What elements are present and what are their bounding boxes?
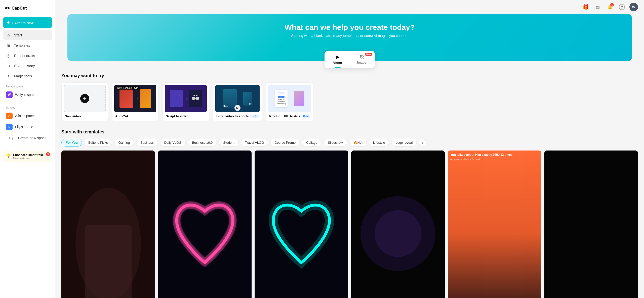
- hero-banner: What can we help you create today? Start…: [67, 14, 632, 61]
- filter-collage[interactable]: Collage: [302, 139, 321, 146]
- hero-subtitle: Starting with a blank slate, ready templ…: [73, 34, 626, 38]
- template-card-6[interactable]: [544, 151, 638, 298]
- logo-area: ✂ CapCut: [3, 4, 52, 13]
- svg-rect-4: [255, 151, 348, 298]
- notification-icon: 💡: [6, 153, 11, 158]
- sidebar-item-recent-drafts[interactable]: ◷ Recent drafts: [3, 51, 52, 61]
- nav-label-share: Share history: [14, 64, 35, 68]
- try-card-new-video[interactable]: + New video: [61, 82, 108, 121]
- autocut-badge: New Fashion Style: [116, 86, 140, 90]
- template-card-1[interactable]: [61, 151, 155, 298]
- filter-course-promo[interactable]: Course Promo: [270, 139, 300, 146]
- help-button[interactable]: ?: [617, 3, 626, 12]
- new-badge: New: [365, 53, 372, 56]
- notification-badge: 5: [46, 152, 50, 156]
- try-card-shorts[interactable]: 92s → 8s ▶ Long video to shorts Beta: [213, 82, 262, 121]
- template-card-3[interactable]: [255, 151, 348, 298]
- svg-rect-3: [158, 151, 252, 298]
- bottom-notification[interactable]: 💡 Enhanced smart resi... New features 5: [3, 151, 52, 162]
- help-icon: ?: [619, 4, 625, 10]
- templates-icon: ▣: [6, 43, 11, 48]
- lily-space-name: Lily's space: [15, 125, 33, 129]
- spaces-label: Spaces: [3, 106, 52, 109]
- script-thumb: T → 🕶: [165, 85, 207, 112]
- svg-rect-2: [85, 225, 132, 298]
- default-space-label: Default space: [3, 85, 52, 88]
- templates-section-title: Start with templates: [61, 129, 638, 135]
- new-video-plus-icon: +: [80, 94, 89, 103]
- product-thumb: 🔗 Back to Success Black Friday →: [268, 85, 311, 112]
- autocut-thumb: → New Fashion Style: [114, 85, 156, 112]
- sidebar-item-start[interactable]: ⌂ Start: [3, 30, 52, 40]
- sidebar-item-templates[interactable]: ▣ Templates: [3, 40, 52, 50]
- notif-subtitle: New features: [13, 157, 45, 160]
- filter-business-169[interactable]: Business 16:9: [188, 139, 217, 146]
- filter-gaming[interactable]: Gaming: [114, 139, 134, 146]
- try-card-product[interactable]: 🔗 Back to Success Black Friday → Product…: [266, 82, 313, 121]
- filter-logo-reveal[interactable]: Logo reveal: [391, 139, 417, 146]
- space-item-alia[interactable]: A Alia's space: [3, 111, 52, 121]
- try-card-script[interactable]: T → 🕶 Script to video: [163, 82, 209, 121]
- main-content-area: You may want to try + New video → New Fa…: [55, 61, 644, 298]
- new-video-thumb: +: [64, 85, 106, 112]
- spotify-sub: Go you ever shut the f*ck up?: [450, 158, 539, 161]
- default-space-avatar: W: [6, 91, 13, 98]
- magic-icon: ✦: [6, 74, 11, 78]
- gift-icon: 🎁: [583, 4, 589, 10]
- image-tab-icon: 🖼: [359, 54, 364, 60]
- gift-button[interactable]: 🎁: [581, 3, 590, 12]
- chevron-right-icon: ›: [422, 141, 423, 145]
- filter-for-you[interactable]: For You: [61, 139, 82, 146]
- template-card-5[interactable]: You talked about Him exactly 985,412 tim…: [448, 151, 541, 298]
- billing-icon: ▤: [596, 5, 600, 10]
- default-space-item[interactable]: W Weiyi's space: [3, 89, 52, 100]
- alia-avatar: A: [6, 113, 13, 119]
- space-item-lily[interactable]: L Lily's space: [3, 122, 52, 132]
- script-label: Script to video: [165, 114, 207, 119]
- spotify-content: You talked about Him exactly 985,412 tim…: [448, 151, 541, 298]
- topbar: 🎁 ▤ 🔔 1 ? W: [55, 0, 644, 14]
- user-avatar[interactable]: W: [629, 3, 638, 11]
- nav-label-magic: Magic tools: [14, 74, 32, 78]
- filter-daily-vlog[interactable]: Daily VLOG: [160, 139, 186, 146]
- svg-point-7: [375, 210, 421, 257]
- notifications-button[interactable]: 🔔 1: [605, 3, 614, 12]
- sidebar-item-share-history[interactable]: ⌲ Share history: [3, 61, 52, 71]
- try-cards-row: + New video → New Fashion Style AutoCut: [61, 82, 638, 121]
- default-space-section: Default space W Weiyi's space: [3, 85, 52, 101]
- image-tab-label: Image: [357, 61, 366, 64]
- hero-title: What can we help you create today?: [73, 23, 626, 32]
- filter-travel-vlog[interactable]: Travel VLOG: [241, 139, 268, 146]
- logo-text: CapCut: [12, 6, 27, 11]
- filter-lifestyle[interactable]: Lifestyle: [369, 139, 389, 146]
- create-new-space-item[interactable]: + + Create new space: [3, 133, 52, 143]
- billing-button[interactable]: ▤: [593, 3, 602, 12]
- tab-image[interactable]: New 🖼 Image: [350, 52, 373, 67]
- filter-slideshow[interactable]: Slideshow: [324, 139, 347, 146]
- notif-title: Enhanced smart resi...: [13, 153, 45, 157]
- try-card-autocut[interactable]: → New Fashion Style AutoCut: [112, 82, 158, 121]
- video-tab-icon: ▶: [336, 54, 339, 60]
- clock-icon: ◷: [6, 53, 11, 58]
- main-content: 🎁 ▤ 🔔 1 ? W What can we help you create …: [55, 0, 644, 298]
- template-card-4[interactable]: [351, 151, 445, 298]
- create-new-button[interactable]: + + Create new: [3, 17, 52, 28]
- try-section-title: You may want to try: [61, 73, 638, 78]
- filter-hot[interactable]: 🔥Hot: [349, 139, 367, 146]
- nav-label-templates: Templates: [14, 43, 30, 47]
- spotify-title: You talked about Him exactly 985,412 tim…: [450, 153, 539, 157]
- nav-label-start: Start: [14, 33, 22, 37]
- notification-count: 1: [610, 3, 614, 7]
- create-space-label: + Create new space: [15, 136, 47, 140]
- template-card-2[interactable]: [158, 151, 252, 298]
- tab-video[interactable]: ▶ Video: [326, 52, 349, 67]
- filter-business[interactable]: Business: [136, 139, 158, 146]
- filter-student[interactable]: Student: [219, 139, 239, 146]
- shorts-beta-badge: Beta: [250, 115, 259, 118]
- filter-next-arrow[interactable]: ›: [419, 139, 426, 146]
- alia-space-name: Alia's space: [15, 114, 34, 118]
- filter-editors-picks[interactable]: Editor's Picks: [84, 139, 112, 146]
- spaces-section: Spaces A Alia's space L Lily's space + +…: [3, 106, 52, 144]
- sidebar-item-magic-tools[interactable]: ✦ Magic tools: [3, 71, 52, 81]
- create-new-label: + Create new: [12, 21, 34, 25]
